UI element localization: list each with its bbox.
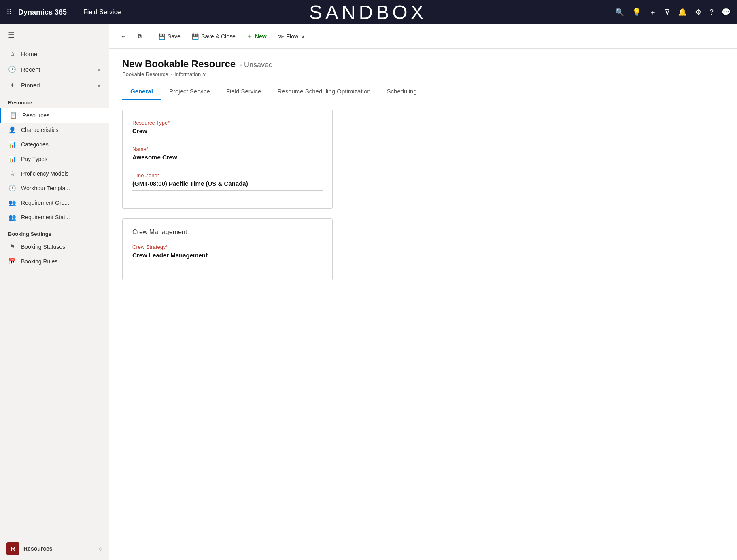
resources-icon: 📋 (9, 112, 17, 119)
unsaved-badge: - Unsaved (240, 61, 273, 69)
crew-strategy-value[interactable]: Crew Leader Management (132, 252, 323, 262)
sidebar-footer-label: Resources (23, 545, 95, 552)
req-statuses-icon: 👥 (8, 214, 16, 221)
save-close-icon: 💾 (192, 33, 199, 40)
flow-icon: ≫ (278, 33, 284, 40)
nav-icons: 🔍 💡 ＋ ⊽ 🔔 ⚙ ? 💬 (615, 7, 731, 17)
sidebar-req-groups-label: Requirement Gro... (21, 199, 69, 206)
hamburger-icon[interactable]: ☰ (0, 24, 109, 46)
name-label: Name* (132, 146, 323, 152)
tab-project-service[interactable]: Project Service (161, 84, 218, 100)
sidebar-booking-rules-label: Booking Rules (21, 258, 57, 265)
sidebar-item-pinned[interactable]: ✦ Pinned ∨ (0, 77, 109, 93)
recent-icon: 🕐 (8, 66, 16, 73)
new-button[interactable]: ＋ New (242, 30, 272, 42)
resource-type-field: Resource Type* Crew (132, 120, 323, 138)
timezone-label: Time Zone* (132, 172, 323, 178)
sidebar-pinned-label: Pinned (21, 82, 40, 89)
sidebar-item-booking-rules[interactable]: 📅 Booking Rules (0, 254, 109, 269)
req-groups-icon: 👥 (8, 199, 16, 206)
sidebar-proficiency-label: Proficiency Models (21, 170, 69, 177)
sidebar-categories-label: Categories (21, 141, 49, 148)
back-icon: ← (121, 33, 126, 40)
breadcrumb-form-dropdown[interactable]: Information ∨ (174, 71, 206, 77)
toolbar: ← ⧉ 💾 Save 💾 Save & Close ＋ New ≫ Flow ∨ (109, 24, 737, 49)
proficiency-icon: ☆ (8, 170, 16, 177)
back-button[interactable]: ← (116, 31, 131, 42)
sidebar-workhour-label: Workhour Templa... (21, 185, 70, 191)
resource-section-header: Resource (0, 93, 109, 108)
name-value[interactable]: Awesome Crew (132, 154, 323, 164)
open-new-window-button[interactable]: ⧉ (133, 30, 147, 42)
flow-button[interactable]: ≫ Flow ∨ (273, 31, 310, 42)
save-button[interactable]: 💾 Save (153, 31, 185, 42)
sidebar-item-proficiency-models[interactable]: ☆ Proficiency Models (0, 166, 109, 181)
booking-statuses-icon: ⚑ (8, 243, 16, 250)
nav-divider (75, 6, 75, 18)
search-icon[interactable]: 🔍 (615, 8, 624, 17)
name-field: Name* Awesome Crew (132, 146, 323, 164)
sidebar-item-categories[interactable]: 📊 Categories (0, 137, 109, 152)
tab-field-service[interactable]: Field Service (218, 84, 270, 100)
sidebar-item-booking-statuses[interactable]: ⚑ Booking Statuses (0, 240, 109, 254)
chevron-down-icon: ∨ (97, 67, 101, 72)
chat-icon[interactable]: 💬 (722, 8, 731, 17)
sidebar-item-resources[interactable]: 📋 Resources (0, 108, 109, 123)
sidebar-item-characteristics[interactable]: 👤 Characteristics (0, 123, 109, 137)
flow-label: Flow (287, 33, 299, 40)
new-icon: ＋ (247, 33, 253, 40)
help-icon[interactable]: ? (709, 8, 714, 17)
tabs: General Project Service Field Service Re… (122, 84, 724, 100)
crew-management-title: Crew Management (132, 229, 323, 236)
crew-management-section: Crew Management Crew Strategy* Crew Lead… (122, 218, 333, 280)
save-label: Save (168, 33, 181, 40)
tab-resource-scheduling[interactable]: Resource Scheduling Optimization (269, 84, 378, 100)
sandbox-label: SANDBOX (126, 1, 610, 23)
sidebar: ☰ ⌂ Home 🕐 Recent ∨ ✦ Pinned ∨ Resource … (0, 24, 109, 560)
content-area: ← ⧉ 💾 Save 💾 Save & Close ＋ New ≫ Flow ∨ (109, 24, 737, 560)
app-name: Field Service (83, 8, 121, 16)
breadcrumb-dot: · (170, 71, 172, 77)
save-icon: 💾 (158, 33, 165, 40)
sidebar-item-requirement-statuses[interactable]: 👥 Requirement Stat... (0, 210, 109, 225)
sidebar-home-label: Home (21, 51, 37, 57)
grid-icon[interactable]: ⠿ (6, 8, 12, 17)
home-icon: ⌂ (8, 50, 16, 57)
diamond-icon: ◇ (99, 546, 102, 552)
resource-type-value[interactable]: Crew (132, 127, 323, 138)
lightbulb-icon[interactable]: 💡 (632, 8, 641, 17)
add-icon[interactable]: ＋ (649, 7, 656, 17)
breadcrumb-form: Information (174, 71, 201, 77)
crew-strategy-field: Crew Strategy* Crew Leader Management (132, 244, 323, 262)
save-close-label: Save & Close (201, 33, 236, 40)
pay-types-icon: 📊 (8, 155, 16, 163)
tab-general[interactable]: General (122, 84, 161, 100)
sidebar-characteristics-label: Characteristics (21, 127, 59, 133)
breadcrumb: Bookable Resource · Information ∨ (122, 71, 724, 77)
settings-icon[interactable]: ⚙ (695, 8, 701, 17)
save-close-button[interactable]: 💾 Save & Close (187, 31, 240, 42)
page-header: New Bookable Resource - Unsaved Bookable… (122, 58, 724, 77)
breadcrumb-chevron-icon: ∨ (202, 71, 206, 77)
sidebar-req-statuses-label: Requirement Stat... (21, 214, 70, 221)
sidebar-resources-label: Resources (22, 112, 49, 119)
booking-section-header: Booking Settings (0, 225, 109, 240)
breadcrumb-entity: Bookable Resource (122, 71, 168, 77)
top-navigation: ⠿ Dynamics 365 Field Service SANDBOX 🔍 💡… (0, 0, 737, 24)
sidebar-footer[interactable]: R Resources ◇ (0, 537, 109, 560)
sidebar-item-pay-types[interactable]: 📊 Pay Types (0, 152, 109, 166)
categories-icon: 📊 (8, 141, 16, 148)
sidebar-item-home[interactable]: ⌂ Home (0, 46, 109, 62)
sidebar-item-workhour-templates[interactable]: 🕐 Workhour Templa... (0, 181, 109, 195)
page-title: New Bookable Resource (122, 58, 236, 70)
sidebar-item-recent[interactable]: 🕐 Recent ∨ (0, 62, 109, 77)
sidebar-recent-label: Recent (21, 66, 40, 73)
brand: Dynamics 365 (18, 8, 67, 17)
filter-icon[interactable]: ⊽ (665, 8, 670, 17)
timezone-value[interactable]: (GMT-08:00) Pacific Time (US & Canada) (132, 180, 323, 191)
sidebar-pay-types-label: Pay Types (21, 156, 47, 162)
tab-scheduling[interactable]: Scheduling (379, 84, 425, 100)
page-title-row: New Bookable Resource - Unsaved (122, 58, 724, 70)
bell-icon[interactable]: 🔔 (678, 8, 687, 17)
sidebar-item-requirement-groups[interactable]: 👥 Requirement Gro... (0, 195, 109, 210)
